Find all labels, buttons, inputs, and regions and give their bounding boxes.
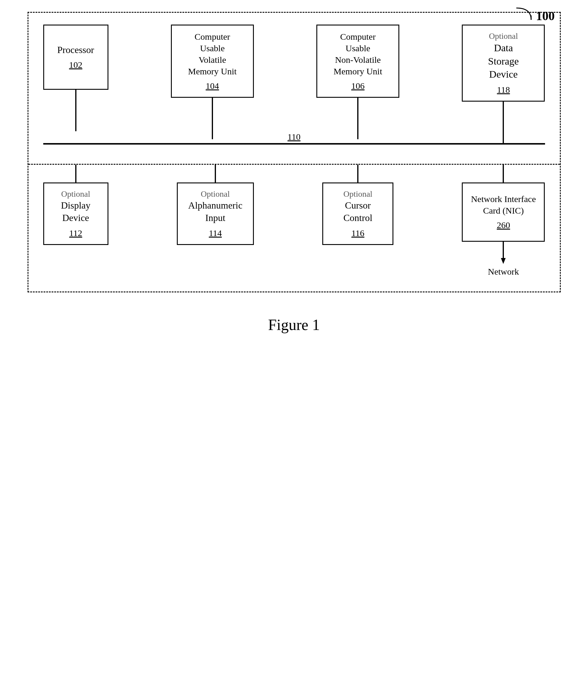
alphanumeric-line2: Alphanumeric [188,199,242,212]
volatile-column: Computer Usable Volatile Memory Unit 104 [171,25,254,139]
nic-v-line-top [503,165,504,182]
cursor-v-line-top [357,165,358,182]
nonvolatile-column: Computer Usable Non-Volatile Memory Unit… [316,25,399,139]
alphanumeric-v-line-top [215,165,216,182]
bottom-section: Optional Display Device 112 Optional Alp… [43,165,545,277]
processor-label: Processor [57,44,94,56]
cursor-line3: Control [343,212,372,224]
processor-column: Processor 102 [43,25,108,131]
volatile-line4: Memory Unit [188,65,237,77]
bus-line [43,143,545,145]
outer-dashed-box: Processor 102 Computer Usable Volatile M… [28,12,561,292]
alphanumeric-line3: Input [205,212,225,224]
cursor-box: Optional Cursor Control 116 [322,182,393,245]
volatile-ref: 104 [206,80,219,92]
svg-marker-2 [501,258,506,264]
nonvolatile-line2: Usable [346,42,370,54]
display-line2: Display [61,199,91,212]
cursor-ref: 116 [351,227,364,239]
display-ref: 112 [69,227,82,239]
datastorage-box: Optional Data Storage Device 118 [462,25,545,102]
bus-row: 110 [43,143,545,146]
datastorage-ref: 118 [497,84,510,95]
nonvolatile-ref: 106 [351,80,365,92]
cursor-column: Optional Cursor Control 116 [322,165,393,277]
processor-v-line2 [75,113,76,131]
processor-v-line [75,90,76,113]
alphanumeric-box: Optional Alphanumeric Input 114 [177,182,254,245]
cursor-line2: Cursor [345,199,371,212]
nonvolatile-line1: Computer [340,31,376,42]
network-arrow-svg [497,242,509,265]
datastorage-column: Optional Data Storage Device 118 [462,25,545,143]
display-line3: Device [62,212,89,224]
datastorage-line3: Storage [488,55,519,68]
datastorage-v-line [503,102,504,125]
volatile-v-line [212,98,213,121]
processor-box: Processor 102 [43,25,108,90]
volatile-box: Computer Usable Volatile Memory Unit 104 [171,25,254,98]
volatile-line3: Volatile [198,54,226,65]
datastorage-line2: Data [494,41,513,55]
nic-box: Network Interface Card (NIC) 260 [462,182,545,242]
nic-line2: Card (NIC) [483,205,524,216]
datastorage-line1: Optional [489,31,518,41]
nic-ref: 260 [497,219,510,231]
bus-label: 110 [288,132,301,142]
datastorage-v-line2 [503,125,504,143]
nonvolatile-line3: Non-Volatile [335,54,381,65]
nonvolatile-line4: Memory Unit [334,65,382,77]
datastorage-line4: Device [489,68,517,81]
dashed-separator-row [43,164,545,165]
display-box: Optional Display Device 112 [43,182,108,245]
display-line1: Optional [61,189,90,199]
nonvolatile-box: Computer Usable Non-Volatile Memory Unit… [316,25,399,98]
dashed-separator-line [28,164,560,165]
cursor-line1: Optional [343,189,372,199]
alphanumeric-ref: 114 [209,227,222,239]
figure-caption: Figure 1 [28,316,561,334]
processor-ref: 102 [69,59,82,71]
nonvolatile-v-line2 [357,121,358,139]
display-column: Optional Display Device 112 [43,165,108,277]
volatile-line2: Usable [200,42,225,54]
alphanumeric-line1: Optional [201,189,230,199]
top-row: Processor 102 Computer Usable Volatile M… [43,25,545,143]
diagram-wrapper: 100 Processor 102 Computer [28,12,561,334]
nic-column: Network Interface Card (NIC) 260 Network [462,165,545,277]
volatile-v-line2 [212,121,213,139]
network-label: Network [488,267,519,277]
nonvolatile-v-line [357,98,358,121]
volatile-line1: Computer [195,31,230,42]
alphanumeric-column: Optional Alphanumeric Input 114 [177,165,254,277]
nic-line1: Network Interface [471,193,536,205]
display-v-line-top [75,165,76,182]
